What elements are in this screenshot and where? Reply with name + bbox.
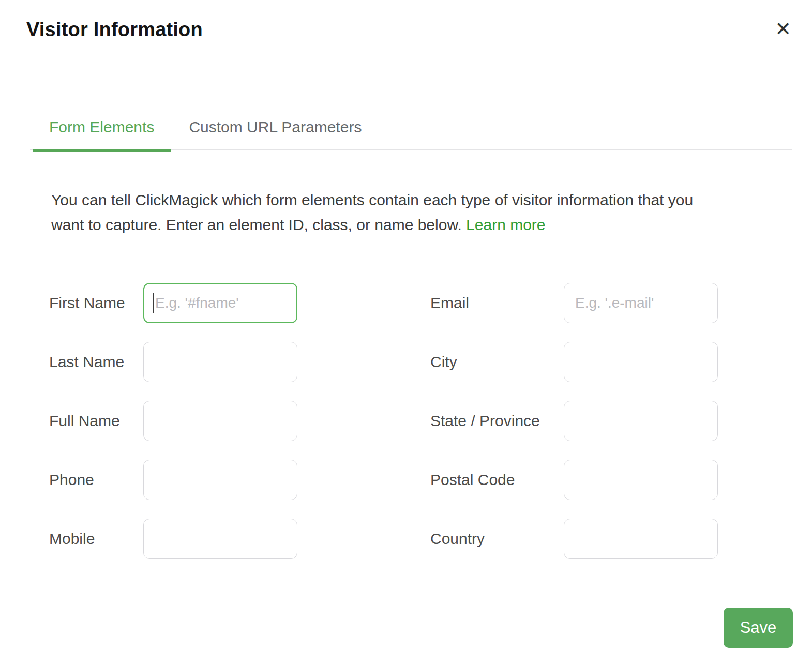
form-field: Country <box>430 519 718 559</box>
last-name-label: Last Name <box>49 353 143 371</box>
mobile-input[interactable] <box>143 519 297 559</box>
form-elements-panel: First Name Last Name Full Name Phone Mob… <box>0 283 812 559</box>
form-field: City <box>430 342 718 382</box>
email-input[interactable] <box>564 283 718 323</box>
phone-label: Phone <box>49 471 143 489</box>
form-field: Mobile <box>49 519 299 559</box>
form-column-left: First Name Last Name Full Name Phone Mob… <box>49 283 299 559</box>
field-input-wrap <box>564 342 718 382</box>
full-name-label: Full Name <box>49 412 143 430</box>
field-input-wrap <box>564 460 718 500</box>
field-input-wrap <box>564 519 718 559</box>
text-caret <box>153 293 154 313</box>
form-field: Postal Code <box>430 460 718 500</box>
country-input[interactable] <box>564 519 718 559</box>
city-label: City <box>430 353 564 371</box>
description-line1: You can tell ClickMagick which form elem… <box>51 191 693 208</box>
field-input-wrap <box>143 283 297 323</box>
phone-input[interactable] <box>143 460 297 500</box>
dialog-header: Visitor Information ✕ <box>0 0 812 74</box>
save-button[interactable]: Save <box>724 608 793 648</box>
form-field: Email <box>430 283 718 323</box>
field-input-wrap <box>143 519 297 559</box>
tab-form-elements[interactable]: Form Elements <box>33 118 171 149</box>
mobile-label: Mobile <box>49 530 143 548</box>
postal-code-label: Postal Code <box>430 471 564 489</box>
email-label: Email <box>430 294 564 312</box>
first-name-label: First Name <box>49 294 143 312</box>
description: You can tell ClickMagick which form elem… <box>51 188 760 237</box>
form-field: State / Province <box>430 401 718 441</box>
form-field: Full Name <box>49 401 299 441</box>
description-line2: want to capture. Enter an element ID, cl… <box>51 216 462 233</box>
field-input-wrap <box>143 342 297 382</box>
tab-bar: Form Elements Custom URL Parameters <box>30 74 792 150</box>
field-input-wrap <box>143 460 297 500</box>
form-column-right: Email City State / Province Postal Code … <box>430 283 718 559</box>
tab-custom-url-parameters[interactable]: Custom URL Parameters <box>172 118 378 149</box>
form-field: Phone <box>49 460 299 500</box>
visitor-information-dialog: Visitor Information ✕ Form Elements Cust… <box>0 0 812 665</box>
state-province-input[interactable] <box>564 401 718 441</box>
last-name-input[interactable] <box>143 342 297 382</box>
state-province-label: State / Province <box>430 412 564 430</box>
postal-code-input[interactable] <box>564 460 718 500</box>
form-field: First Name <box>49 283 299 323</box>
country-label: Country <box>430 530 564 548</box>
page-title: Visitor Information <box>26 18 203 41</box>
full-name-input[interactable] <box>143 401 297 441</box>
form-field: Last Name <box>49 342 299 382</box>
learn-more-link[interactable]: Learn more <box>466 216 545 233</box>
close-icon[interactable]: ✕ <box>775 19 791 39</box>
first-name-input[interactable] <box>143 283 297 323</box>
field-input-wrap <box>564 283 718 323</box>
city-input[interactable] <box>564 342 718 382</box>
field-input-wrap <box>143 401 297 441</box>
field-input-wrap <box>564 401 718 441</box>
